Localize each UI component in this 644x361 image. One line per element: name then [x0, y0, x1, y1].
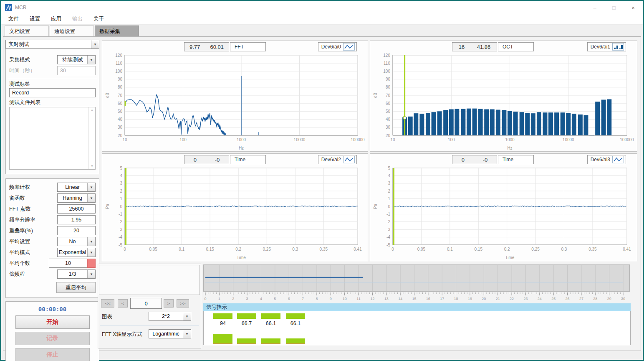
test-tag-label: 测试标签	[9, 81, 96, 88]
stop-button[interactable]: 停止	[15, 348, 90, 361]
chart-type-input[interactable]: Time	[230, 155, 266, 164]
param-label: 频率计权	[9, 184, 57, 191]
nav-first-button[interactable]: <<	[101, 299, 114, 308]
menu-item-0[interactable]: 文件	[3, 15, 24, 23]
param-select[interactable]: Linear▼	[57, 183, 96, 192]
chevron-down-icon[interactable]: ▼	[87, 237, 95, 246]
param-select[interactable]: No▼	[57, 237, 96, 246]
minimize-button[interactable]: –	[585, 1, 604, 14]
svg-text:26: 26	[566, 297, 570, 301]
channel-selector[interactable]: Dev6/ai0	[318, 42, 357, 51]
chart-type-input[interactable]: OCT	[498, 42, 534, 51]
chart-type-input[interactable]: FFT	[230, 42, 266, 51]
tab-1[interactable]: 通道设置	[50, 25, 94, 36]
svg-text:10: 10	[343, 297, 347, 301]
svg-text:23: 23	[523, 297, 528, 301]
param-input[interactable]: 25600	[57, 204, 96, 214]
acq-mode-select[interactable]: 持续测试 ▼	[57, 55, 96, 64]
param-select[interactable]: Exponential▼	[57, 248, 96, 257]
scrollbar[interactable]: ▲ ▼	[88, 107, 95, 169]
svg-text:100: 100	[179, 137, 187, 142]
signal-level-value-1: 66.7	[237, 320, 256, 326]
signal-meter-bar-3	[286, 338, 305, 343]
chart-grid: 9.7760.01FFTDev6/ai020304050607080901001…	[102, 41, 637, 261]
start-button[interactable]: 开始	[15, 315, 90, 329]
tab-bar: 文档设置通道设置数据采集	[1, 25, 643, 36]
record-timeline[interactable]: 0123456789101112131415161718192021222324…	[203, 264, 631, 302]
signal-meter-base-0	[213, 343, 232, 344]
param-label: 重叠率(%)	[9, 227, 57, 234]
menu-item-2[interactable]: 应用	[45, 15, 67, 23]
svg-text:0.05: 0.05	[149, 247, 157, 252]
svg-text:-1: -1	[119, 212, 122, 216]
line-chart-icon	[343, 43, 355, 51]
fft-xaxis-select[interactable]: Logarithmic ▼	[149, 329, 191, 338]
svg-text:0: 0	[120, 204, 122, 209]
nav-index-input[interactable]: 0	[130, 298, 162, 309]
param-select[interactable]: Hanning▼	[57, 193, 96, 203]
chevron-down-icon[interactable]: ▼	[87, 194, 95, 202]
close-button[interactable]: ×	[624, 1, 643, 14]
window-controls: – □ ×	[585, 1, 643, 14]
plot-Time-ai2[interactable]: -5-4-3-2-101234500.050.10.150.20.250.30.…	[102, 165, 369, 262]
plot-Time-ai3[interactable]: -5-4-3-2-101234500.050.10.150.20.250.30.…	[370, 165, 638, 262]
nav-last-button[interactable]: >>	[177, 299, 189, 308]
scroll-up-icon[interactable]: ▲	[89, 107, 95, 113]
nav-prev-button[interactable]: <	[118, 299, 128, 308]
record-button[interactable]: 记录	[15, 332, 90, 345]
cursor-x-value: 9.77	[189, 44, 200, 50]
menu-item-3: 输出	[67, 15, 88, 23]
svg-text:6: 6	[288, 297, 290, 301]
chart-layout-select[interactable]: 2*2 ▼	[149, 312, 191, 321]
param-input[interactable]: 1.95	[57, 215, 96, 224]
restart-average-button[interactable]: 重启平均	[56, 282, 96, 293]
svg-text:15: 15	[412, 297, 416, 301]
menu-item-4[interactable]: 关于	[88, 15, 109, 23]
menu-item-1[interactable]: 设置	[24, 15, 45, 23]
channel-selector[interactable]: Dev6/ai3	[587, 155, 626, 164]
maximize-button[interactable]: □	[604, 1, 624, 14]
svg-text:100: 100	[115, 69, 122, 74]
chevron-down-icon[interactable]: ▼	[87, 270, 95, 278]
svg-text:21: 21	[496, 297, 500, 301]
chevron-down-icon[interactable]: ▼	[183, 312, 191, 320]
param-input[interactable]: 10	[49, 259, 87, 268]
tab-0[interactable]: 文档设置	[5, 25, 49, 36]
tab-2[interactable]: 数据采集	[95, 25, 139, 36]
plot-OCT[interactable]: 2030405060708090100110120101001000100001…	[370, 53, 638, 152]
time-input[interactable]: 30	[57, 66, 96, 75]
signal-meter-bar-2	[261, 338, 280, 343]
chevron-down-icon[interactable]: ▼	[87, 183, 95, 191]
chevron-down-icon[interactable]: ▼	[91, 40, 99, 48]
svg-text:-2: -2	[386, 219, 390, 224]
param-label: 平均设置	[9, 238, 57, 245]
scroll-down-icon[interactable]: ▼	[89, 163, 95, 169]
svg-text:19: 19	[468, 297, 472, 301]
chart-type-input[interactable]: Time	[498, 155, 534, 164]
chevron-down-icon[interactable]: ▼	[183, 330, 191, 338]
test-mode-select[interactable]: 实时测试 ▼	[5, 40, 99, 49]
svg-text:50: 50	[386, 109, 391, 114]
content-area: 实时测试 ▼ 采集模式 持续测试 ▼ 时间（秒） 30	[1, 36, 643, 361]
channel-selector[interactable]: Dev6/ai2	[318, 155, 357, 164]
test-file-list[interactable]: ▲ ▼	[9, 107, 96, 170]
svg-text:120: 120	[115, 53, 122, 58]
param-select[interactable]: 1/3▼	[57, 269, 96, 279]
svg-text:dB: dB	[105, 93, 110, 98]
sidebar: 实时测试 ▼ 采集模式 持续测试 ▼ 时间（秒） 30	[5, 40, 99, 348]
svg-text:10: 10	[390, 137, 395, 142]
channel-selector[interactable]: Dev6/ai1	[587, 42, 626, 51]
cursor-y-value: -0	[215, 157, 220, 163]
nav-next-button[interactable]: >	[164, 299, 174, 308]
plot-FFT[interactable]: 2030405060708090100110120101001000100001…	[102, 53, 369, 152]
svg-text:0.1: 0.1	[447, 247, 453, 252]
chevron-down-icon[interactable]: ▼	[87, 56, 95, 64]
cursor-x-value: 16	[459, 44, 465, 50]
app-icon	[5, 4, 12, 11]
display-options-panel: << < 0 > >> 图表 2*2 ▼ FFT X轴显示方式 Logarith…	[98, 264, 201, 348]
test-tag-input[interactable]: Record	[9, 88, 96, 97]
param-input[interactable]: 20	[57, 226, 96, 235]
svg-text:12: 12	[370, 297, 374, 301]
svg-text:2: 2	[232, 297, 234, 301]
chevron-down-icon[interactable]: ▼	[87, 248, 95, 257]
